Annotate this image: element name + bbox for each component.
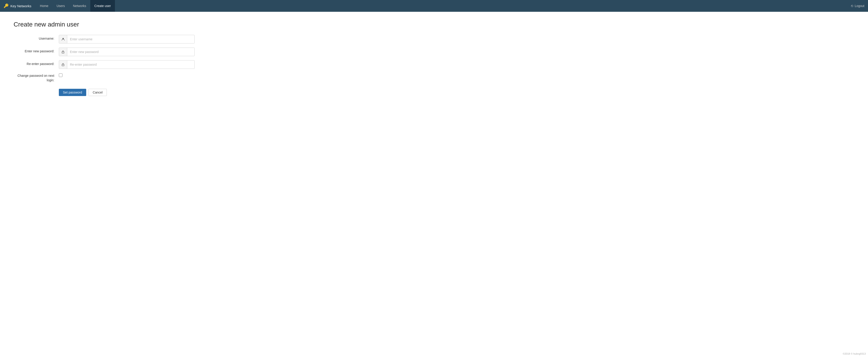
nav-item-networks[interactable]: Networks <box>69 0 90 12</box>
page-title: Create new admin user <box>13 21 855 28</box>
logout-label: Logout <box>855 4 864 8</box>
nav-item-create-user[interactable]: Create user <box>90 0 115 12</box>
reenter-password-input[interactable] <box>67 61 194 68</box>
set-password-button[interactable]: Set password <box>59 89 86 96</box>
reenter-password-field-wrapper <box>59 60 195 69</box>
brand[interactable]: 🔑 Key Networks <box>4 3 31 8</box>
new-password-label: Enter new password: <box>13 48 59 53</box>
new-password-row: Enter new password: <box>13 48 195 56</box>
username-label: Username: <box>13 35 59 40</box>
reenter-password-label: Re-enter password: <box>13 60 59 66</box>
cancel-button[interactable]: Cancel <box>89 89 107 96</box>
footer-text: ©2018 © hubng9313 <box>843 352 866 355</box>
lock-icon-reenter <box>59 60 67 69</box>
username-field-wrapper <box>59 35 195 43</box>
change-password-checkbox[interactable] <box>59 73 62 77</box>
change-password-label: Change password on next login: <box>13 73 59 83</box>
change-password-row: Change password on next login: <box>13 73 195 83</box>
new-password-input[interactable] <box>67 48 194 56</box>
nav-item-create-user-label: Create user <box>94 4 111 8</box>
nav-item-users-label: Users <box>57 4 65 8</box>
navbar: 🔑 Key Networks Home Users Networks Creat… <box>0 0 868 12</box>
username-input[interactable] <box>67 35 194 43</box>
lock-icon-new <box>59 48 67 56</box>
svg-point-4 <box>63 65 63 65</box>
change-password-checkbox-wrapper <box>59 73 62 77</box>
main-content: Create new admin user Username: Enter ne… <box>0 12 868 356</box>
logout-icon: ⎋ <box>851 4 853 8</box>
logout-button[interactable]: ⎋ Logout <box>851 4 864 8</box>
new-password-field-wrapper <box>59 48 195 56</box>
user-icon <box>59 35 67 43</box>
nav-item-home[interactable]: Home <box>36 0 53 12</box>
nav-item-networks-label: Networks <box>73 4 86 8</box>
button-row: Set password Cancel <box>13 89 195 96</box>
brand-name: Key Networks <box>10 4 31 8</box>
username-row: Username: <box>13 35 195 43</box>
footer: ©2018 © hubng9313 <box>843 352 866 355</box>
reenter-password-row: Re-enter password: <box>13 60 195 69</box>
brand-icon: 🔑 <box>4 3 9 8</box>
create-user-form: Username: Enter new password: <box>13 35 195 96</box>
nav-items: Home Users Networks Create user <box>36 0 851 12</box>
nav-item-home-label: Home <box>40 4 49 8</box>
nav-item-users[interactable]: Users <box>53 0 69 12</box>
svg-point-2 <box>63 52 63 53</box>
